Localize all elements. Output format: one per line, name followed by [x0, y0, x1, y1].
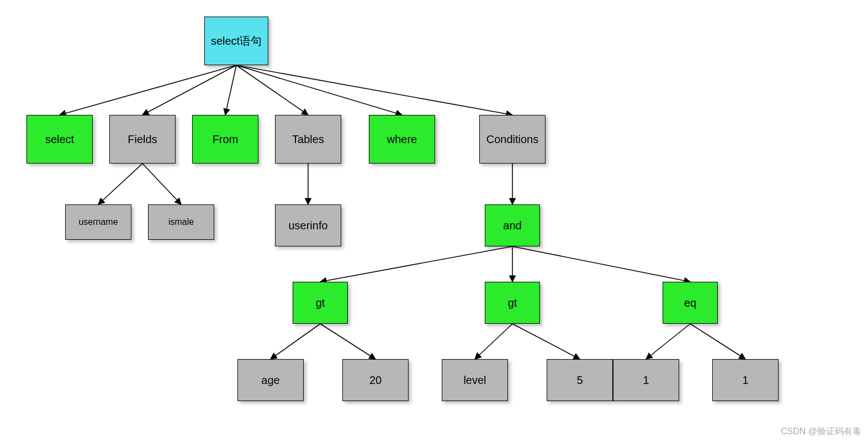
svg-line-2 [225, 65, 236, 115]
node-leaf-20: 20 [342, 359, 409, 401]
svg-line-4 [236, 65, 402, 115]
svg-line-6 [98, 164, 142, 204]
node-op-eq: eq [663, 282, 718, 324]
svg-line-7 [142, 164, 181, 204]
svg-line-13 [271, 324, 320, 359]
svg-line-3 [236, 65, 308, 115]
svg-line-5 [236, 65, 512, 115]
svg-line-1 [142, 65, 236, 115]
node-conditions: Conditions [479, 115, 546, 164]
svg-line-15 [475, 324, 512, 359]
node-op-gt-2: gt [485, 282, 540, 324]
svg-line-14 [320, 324, 375, 359]
watermark-text: CSDN @验证码有毒 [781, 426, 861, 438]
node-op-gt-1: gt [293, 282, 348, 324]
node-op-and: and [485, 204, 540, 246]
node-keyword-select: select [27, 115, 93, 164]
node-field-ismale: ismale [148, 204, 214, 240]
node-table-userinfo: userinfo [275, 204, 341, 246]
svg-line-18 [690, 324, 745, 359]
svg-line-10 [320, 246, 512, 282]
svg-line-0 [60, 65, 236, 115]
node-keyword-from: From [192, 115, 258, 164]
node-field-username: username [65, 204, 131, 240]
node-tables: Tables [275, 115, 341, 164]
node-root-select-statement: select语句 [204, 17, 268, 65]
node-leaf-1a: 1 [613, 359, 679, 401]
svg-line-16 [512, 324, 580, 359]
node-leaf-age: age [237, 359, 304, 401]
svg-line-17 [646, 324, 690, 359]
node-fields: Fields [109, 115, 176, 164]
svg-line-12 [512, 246, 690, 282]
node-leaf-level: level [442, 359, 508, 401]
node-keyword-where: where [369, 115, 435, 164]
node-leaf-1b: 1 [712, 359, 779, 401]
node-leaf-5: 5 [547, 359, 613, 401]
